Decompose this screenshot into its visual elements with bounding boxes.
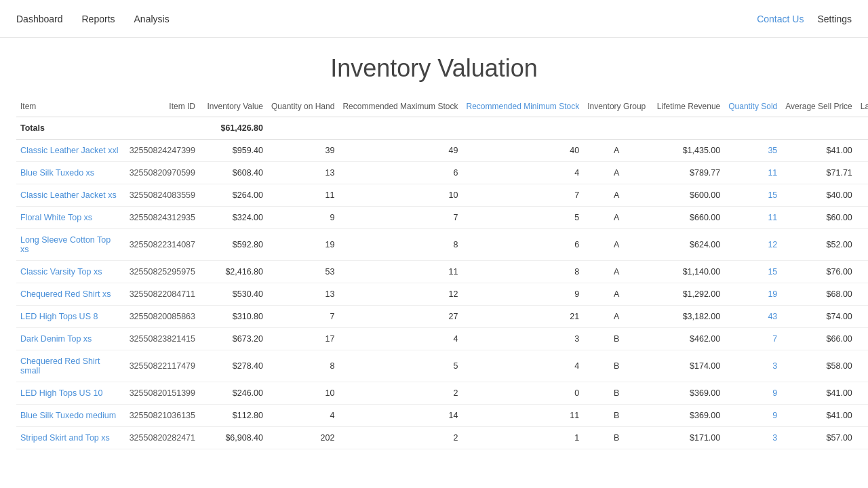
table-row: Floral White Top xs 32550824312935 $324.… bbox=[16, 207, 868, 229]
row-inv-group: B bbox=[583, 427, 650, 449]
col-header-qty-on-hand: Quantity on Hand bbox=[267, 96, 338, 117]
table-row: Blue Silk Tuxedo xs 32550820970599 $608.… bbox=[16, 162, 868, 184]
row-item-name[interactable]: Blue Silk Tuxedo medium bbox=[16, 405, 125, 427]
row-rec-min: 0 bbox=[462, 382, 583, 405]
row-item-name[interactable]: Classic Leather Jacket xxl bbox=[16, 140, 125, 162]
table-row: LED High Tops US 8 32550820085863 $310.8… bbox=[16, 306, 868, 328]
nav-analysis[interactable]: Analysis bbox=[134, 14, 170, 24]
row-rec-min: 1 bbox=[462, 427, 583, 449]
row-qty-sold[interactable]: 11 bbox=[724, 207, 781, 229]
col-header-rec-min: Recommended Minimum Stock bbox=[462, 96, 583, 117]
row-inventory-value: $673.20 bbox=[199, 328, 267, 350]
totals-row: Totals $61,426.80 bbox=[16, 117, 868, 140]
row-lifetime-revenue: $1,435.00 bbox=[650, 140, 724, 162]
row-item-name[interactable]: Classic Varsity Top xs bbox=[16, 261, 125, 283]
nav-dashboard[interactable]: Dashboard bbox=[16, 14, 63, 24]
row-item-id: 32550822084711 bbox=[125, 283, 199, 306]
row-rec-max: 12 bbox=[338, 283, 462, 306]
row-lifetime-revenue: $369.00 bbox=[650, 382, 724, 405]
nav-contact-us[interactable]: Contact Us bbox=[757, 14, 804, 24]
row-item-id: 32550820970599 bbox=[125, 162, 199, 184]
row-rec-min: 8 bbox=[462, 261, 583, 283]
table-row: Long Sleeve Cotton Top xs 32550822314087… bbox=[16, 229, 868, 261]
row-item-name[interactable]: Floral White Top xs bbox=[16, 207, 125, 229]
row-item-name[interactable]: LED High Tops US 8 bbox=[16, 306, 125, 328]
row-item-name[interactable]: Striped Skirt and Top xs bbox=[16, 427, 125, 449]
row-item-name[interactable]: LED High Tops US 10 bbox=[16, 382, 125, 405]
row-inv-group: A bbox=[583, 229, 650, 261]
row-qty-sold[interactable]: 7 bbox=[724, 328, 781, 350]
row-item-name[interactable]: Long Sleeve Cotton Top xs bbox=[16, 229, 125, 261]
row-last-purchase-price: $31.20 bbox=[856, 229, 868, 261]
row-qty-sold[interactable]: 11 bbox=[724, 162, 781, 184]
table-row: Classic Leather Jacket xxl 3255082424739… bbox=[16, 140, 868, 162]
nav-left: Dashboard Reports Analysis bbox=[16, 14, 170, 24]
page-title: Inventory Valuation bbox=[0, 38, 868, 96]
row-qty-sold[interactable]: 3 bbox=[724, 427, 781, 449]
row-qty-on-hand: 4 bbox=[267, 405, 338, 427]
row-avg-sell-price: $74.00 bbox=[781, 306, 856, 328]
row-inv-group: A bbox=[583, 184, 650, 207]
row-lifetime-revenue: $624.00 bbox=[650, 229, 724, 261]
row-qty-sold[interactable]: 35 bbox=[724, 140, 781, 162]
row-qty-on-hand: 13 bbox=[267, 162, 338, 184]
row-rec-max: 2 bbox=[338, 427, 462, 449]
row-rec-min: 3 bbox=[462, 328, 583, 350]
row-lifetime-revenue: $462.00 bbox=[650, 328, 724, 350]
row-qty-sold[interactable]: 9 bbox=[724, 382, 781, 405]
row-rec-max: 6 bbox=[338, 162, 462, 184]
row-item-id: 32550820282471 bbox=[125, 427, 199, 449]
row-rec-max: 14 bbox=[338, 405, 462, 427]
row-lifetime-revenue: $789.77 bbox=[650, 162, 724, 184]
row-inv-group: A bbox=[583, 261, 650, 283]
row-item-id: 32550820151399 bbox=[125, 382, 199, 405]
row-rec-min: 11 bbox=[462, 405, 583, 427]
row-qty-sold[interactable]: 19 bbox=[724, 283, 781, 306]
row-item-name[interactable]: Blue Silk Tuxedo xs bbox=[16, 162, 125, 184]
nav-reports[interactable]: Reports bbox=[82, 14, 115, 24]
row-lifetime-revenue: $174.00 bbox=[650, 350, 724, 382]
row-item-name[interactable]: Dark Denim Top xs bbox=[16, 328, 125, 350]
inventory-table: Item Item ID Inventory Value Quantity on… bbox=[16, 96, 868, 449]
row-rec-min: 4 bbox=[462, 162, 583, 184]
row-inventory-value: $264.00 bbox=[199, 184, 267, 207]
row-qty-sold[interactable]: 43 bbox=[724, 306, 781, 328]
row-avg-sell-price: $66.00 bbox=[781, 328, 856, 350]
row-qty-sold[interactable]: 15 bbox=[724, 261, 781, 283]
row-qty-sold[interactable]: 15 bbox=[724, 184, 781, 207]
row-inventory-value: $959.40 bbox=[199, 140, 267, 162]
col-header-last-purchase: Last Purchase Price bbox=[856, 96, 868, 117]
row-inventory-value: $278.40 bbox=[199, 350, 267, 382]
row-rec-min: 9 bbox=[462, 283, 583, 306]
row-qty-on-hand: 39 bbox=[267, 140, 338, 162]
row-qty-on-hand: 11 bbox=[267, 184, 338, 207]
row-qty-sold[interactable]: 3 bbox=[724, 350, 781, 382]
row-inventory-value: $592.80 bbox=[199, 229, 267, 261]
row-last-purchase-price: $28.20 bbox=[856, 405, 868, 427]
nav-settings[interactable]: Settings bbox=[817, 14, 852, 24]
totals-inventory-value: $61,426.80 bbox=[199, 117, 267, 140]
table-row: Blue Silk Tuxedo medium 32550821036135 $… bbox=[16, 405, 868, 427]
row-inv-group: A bbox=[583, 140, 650, 162]
row-rec-min: 7 bbox=[462, 184, 583, 207]
row-lifetime-revenue: $1,292.00 bbox=[650, 283, 724, 306]
table-row: Classic Varsity Top xs 32550825295975 $2… bbox=[16, 261, 868, 283]
row-avg-sell-price: $40.00 bbox=[781, 184, 856, 207]
row-last-purchase-price: $34.80 bbox=[856, 350, 868, 382]
row-qty-sold[interactable]: 12 bbox=[724, 229, 781, 261]
row-rec-min: 6 bbox=[462, 229, 583, 261]
row-item-name[interactable]: Chequered Red Shirt xs bbox=[16, 283, 125, 306]
row-avg-sell-price: $58.00 bbox=[781, 350, 856, 382]
row-item-id: 32550822117479 bbox=[125, 350, 199, 382]
row-item-name[interactable]: Chequered Red Shirt small bbox=[16, 350, 125, 382]
row-lifetime-revenue: $171.00 bbox=[650, 427, 724, 449]
col-header-inv-group: Inventory Group bbox=[583, 96, 650, 117]
row-last-purchase-price: $34.20 bbox=[856, 427, 868, 449]
row-qty-on-hand: 17 bbox=[267, 328, 338, 350]
row-qty-on-hand: 10 bbox=[267, 382, 338, 405]
table-row: Striped Skirt and Top xs 32550820282471 … bbox=[16, 427, 868, 449]
row-item-name[interactable]: Classic Leather Jacket xs bbox=[16, 184, 125, 207]
row-qty-sold[interactable]: 9 bbox=[724, 405, 781, 427]
row-inv-group: A bbox=[583, 162, 650, 184]
col-header-inventory-value: Inventory Value bbox=[199, 96, 267, 117]
